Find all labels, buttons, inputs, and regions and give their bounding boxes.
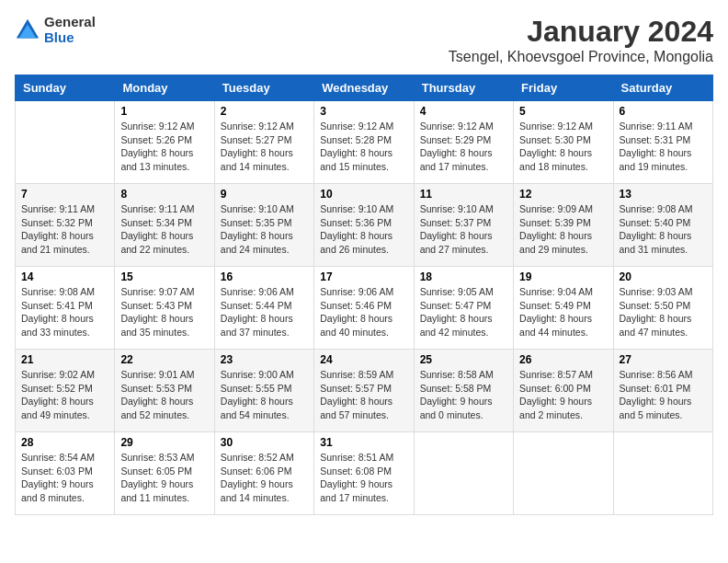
day-number: 15 [120,270,208,283]
day-cell: 28Sunrise: 8:54 AMSunset: 6:03 PMDayligh… [16,432,115,515]
day-number: 10 [320,188,407,201]
week-row-4: 21Sunrise: 9:02 AMSunset: 5:52 PMDayligh… [16,350,713,432]
title-area: January 2024 Tsengel, Khoevsgoel Provinc… [449,15,713,65]
day-cell: 17Sunrise: 9:06 AMSunset: 5:46 PMDayligh… [314,267,414,350]
day-cell: 25Sunrise: 8:58 AMSunset: 5:58 PMDayligh… [414,350,513,432]
day-info: Sunrise: 8:53 AMSunset: 6:05 PMDaylight:… [120,451,208,505]
day-info: Sunrise: 9:10 AMSunset: 5:37 PMDaylight:… [420,202,507,257]
week-row-3: 14Sunrise: 9:08 AMSunset: 5:41 PMDayligh… [16,267,713,350]
day-info: Sunrise: 8:52 AMSunset: 6:06 PMDaylight:… [221,451,308,505]
day-cell: 20Sunrise: 9:03 AMSunset: 5:50 PMDayligh… [613,267,712,350]
day-cell: 3Sunrise: 9:12 AMSunset: 5:28 PMDaylight… [314,101,414,184]
day-number: 19 [519,270,607,283]
day-info: Sunrise: 9:04 AMSunset: 5:49 PMDaylight:… [519,285,607,339]
day-info: Sunrise: 9:10 AMSunset: 5:36 PMDaylight:… [320,202,407,257]
day-cell: 22Sunrise: 9:01 AMSunset: 5:53 PMDayligh… [115,350,214,432]
week-row-1: 1Sunrise: 9:12 AMSunset: 5:26 PMDaylight… [16,101,713,184]
header-day-thursday: Thursday [414,75,513,101]
day-cell: 21Sunrise: 9:02 AMSunset: 5:52 PMDayligh… [16,350,115,432]
day-cell: 8Sunrise: 9:11 AMSunset: 5:34 PMDaylight… [115,184,214,267]
header-day-wednesday: Wednesday [314,75,414,101]
day-number: 18 [420,270,507,283]
day-number: 22 [120,353,208,366]
day-number: 13 [620,188,707,201]
day-info: Sunrise: 9:06 AMSunset: 5:46 PMDaylight:… [320,285,407,339]
header-row: SundayMondayTuesdayWednesdayThursdayFrid… [16,75,713,101]
day-info: Sunrise: 9:10 AMSunset: 5:35 PMDaylight:… [221,202,308,257]
day-number: 25 [420,353,507,366]
day-info: Sunrise: 9:12 AMSunset: 5:28 PMDaylight:… [320,120,407,174]
day-number: 30 [221,436,308,449]
day-cell: 30Sunrise: 8:52 AMSunset: 6:06 PMDayligh… [214,432,313,515]
day-info: Sunrise: 9:06 AMSunset: 5:44 PMDaylight:… [221,285,308,339]
day-info: Sunrise: 9:07 AMSunset: 5:43 PMDaylight:… [120,285,208,339]
day-info: Sunrise: 8:57 AMSunset: 6:00 PMDaylight:… [519,368,607,422]
day-number: 31 [320,436,407,449]
day-cell: 12Sunrise: 9:09 AMSunset: 5:39 PMDayligh… [514,184,613,267]
day-number: 26 [519,353,607,366]
header-day-sunday: Sunday [16,75,115,101]
calendar-table: SundayMondayTuesdayWednesdayThursdayFrid… [15,75,713,515]
logo-icon [15,17,40,43]
day-cell: 26Sunrise: 8:57 AMSunset: 6:00 PMDayligh… [514,350,613,432]
day-number: 27 [620,353,707,366]
day-cell: 10Sunrise: 9:10 AMSunset: 5:36 PMDayligh… [314,184,414,267]
day-cell: 7Sunrise: 9:11 AMSunset: 5:32 PMDaylight… [16,184,115,267]
day-number: 16 [221,270,308,283]
day-number: 24 [320,353,407,366]
day-info: Sunrise: 8:56 AMSunset: 6:01 PMDaylight:… [620,368,707,422]
day-cell: 14Sunrise: 9:08 AMSunset: 5:41 PMDayligh… [16,267,115,350]
day-info: Sunrise: 9:01 AMSunset: 5:53 PMDaylight:… [120,368,208,422]
header-day-tuesday: Tuesday [214,75,313,101]
day-cell: 1Sunrise: 9:12 AMSunset: 5:26 PMDaylight… [115,101,214,184]
header-day-monday: Monday [115,75,214,101]
day-info: Sunrise: 9:03 AMSunset: 5:50 PMDaylight:… [620,285,707,339]
day-cell: 31Sunrise: 8:51 AMSunset: 6:08 PMDayligh… [314,432,414,515]
day-number: 9 [221,188,308,201]
day-info: Sunrise: 9:11 AMSunset: 5:32 PMDaylight:… [21,202,108,257]
day-cell [414,432,513,515]
day-info: Sunrise: 8:59 AMSunset: 5:57 PMDaylight:… [320,368,407,422]
day-info: Sunrise: 9:12 AMSunset: 5:27 PMDaylight:… [221,120,308,174]
header-day-saturday: Saturday [613,75,712,101]
day-number: 28 [21,436,108,449]
day-info: Sunrise: 9:08 AMSunset: 5:40 PMDaylight:… [620,202,707,257]
day-info: Sunrise: 9:09 AMSunset: 5:39 PMDaylight:… [519,202,607,257]
day-info: Sunrise: 9:00 AMSunset: 5:55 PMDaylight:… [221,368,308,422]
subtitle: Tsengel, Khoevsgoel Province, Mongolia [449,49,713,65]
day-cell: 24Sunrise: 8:59 AMSunset: 5:57 PMDayligh… [314,350,414,432]
day-cell: 23Sunrise: 9:00 AMSunset: 5:55 PMDayligh… [214,350,313,432]
day-number: 2 [221,105,308,118]
logo-blue-text: Blue [44,30,96,46]
day-info: Sunrise: 8:51 AMSunset: 6:08 PMDaylight:… [320,451,407,505]
day-cell: 5Sunrise: 9:12 AMSunset: 5:30 PMDaylight… [514,101,613,184]
day-cell: 19Sunrise: 9:04 AMSunset: 5:49 PMDayligh… [514,267,613,350]
day-number: 20 [620,270,707,283]
day-cell [613,432,712,515]
day-info: Sunrise: 9:05 AMSunset: 5:47 PMDaylight:… [420,285,507,339]
day-cell: 6Sunrise: 9:11 AMSunset: 5:31 PMDaylight… [613,101,712,184]
day-number: 12 [519,188,607,201]
day-cell: 27Sunrise: 8:56 AMSunset: 6:01 PMDayligh… [613,350,712,432]
day-number: 7 [21,188,108,201]
week-row-5: 28Sunrise: 8:54 AMSunset: 6:03 PMDayligh… [16,432,713,515]
day-info: Sunrise: 9:12 AMSunset: 5:29 PMDaylight:… [420,120,507,174]
day-info: Sunrise: 8:54 AMSunset: 6:03 PMDaylight:… [21,451,108,505]
header: General Blue January 2024 Tsengel, Khoev… [15,15,713,65]
main-title: January 2024 [449,15,713,49]
day-info: Sunrise: 9:12 AMSunset: 5:26 PMDaylight:… [120,120,208,174]
day-number: 14 [21,270,108,283]
day-number: 21 [21,353,108,366]
day-info: Sunrise: 9:02 AMSunset: 5:52 PMDaylight:… [21,368,108,422]
day-cell: 9Sunrise: 9:10 AMSunset: 5:35 PMDaylight… [214,184,313,267]
day-cell: 11Sunrise: 9:10 AMSunset: 5:37 PMDayligh… [414,184,513,267]
day-cell: 13Sunrise: 9:08 AMSunset: 5:40 PMDayligh… [613,184,712,267]
day-number: 23 [221,353,308,366]
week-row-2: 7Sunrise: 9:11 AMSunset: 5:32 PMDaylight… [16,184,713,267]
day-info: Sunrise: 9:11 AMSunset: 5:34 PMDaylight:… [120,202,208,257]
day-number: 5 [519,105,607,118]
day-number: 6 [620,105,707,118]
day-cell: 16Sunrise: 9:06 AMSunset: 5:44 PMDayligh… [214,267,313,350]
day-number: 8 [120,188,208,201]
header-day-friday: Friday [514,75,613,101]
